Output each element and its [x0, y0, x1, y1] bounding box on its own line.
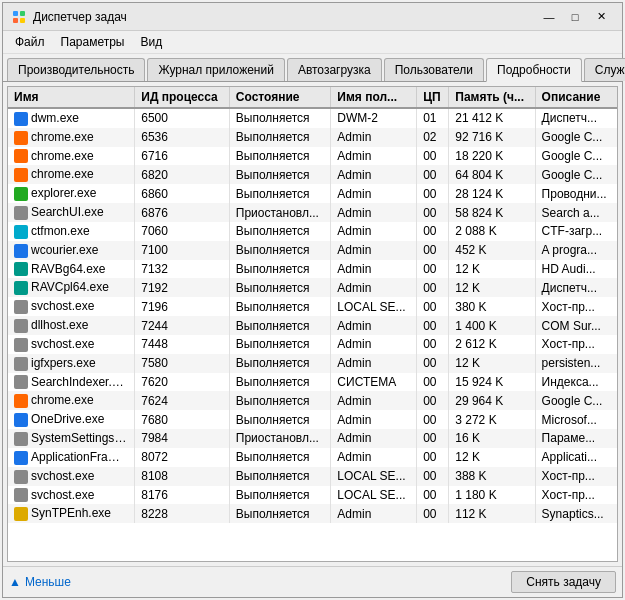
- cell-memory: 64 804 K: [449, 165, 535, 184]
- cell-name: RAVCpl64.exe: [8, 278, 135, 297]
- process-name: ctfmon.exe: [31, 224, 90, 238]
- cell-desc: Applicati...: [535, 448, 617, 467]
- cell-name: svchost.exe: [8, 297, 135, 316]
- cell-desc: Synaptics...: [535, 504, 617, 523]
- process-icon: [14, 112, 28, 126]
- col-header-user[interactable]: Имя пол...: [331, 87, 417, 108]
- cell-memory: 12 K: [449, 278, 535, 297]
- process-icon: [14, 131, 28, 145]
- cell-memory: 16 K: [449, 429, 535, 448]
- cell-name: dwm.exe: [8, 108, 135, 128]
- col-header-name[interactable]: Имя: [8, 87, 135, 108]
- table-row[interactable]: RAVBg64.exe7132ВыполняетсяAdmin0012 KHD …: [8, 260, 617, 279]
- table-row[interactable]: RAVCpl64.exe7192ВыполняетсяAdmin0012 KДи…: [8, 278, 617, 297]
- cell-memory: 388 K: [449, 467, 535, 486]
- cell-user: Admin: [331, 410, 417, 429]
- cell-cpu: 00: [417, 184, 449, 203]
- process-icon: [14, 488, 28, 502]
- cell-pid: 8176: [135, 486, 230, 505]
- col-header-memory[interactable]: Память (ч...: [449, 87, 535, 108]
- process-icon: [14, 262, 28, 276]
- tab-performance[interactable]: Производительность: [7, 58, 145, 81]
- table-row[interactable]: svchost.exe8176ВыполняетсяLOCAL SE...001…: [8, 486, 617, 505]
- process-name: SystemSettings.exe: [31, 431, 135, 445]
- cell-pid: 6500: [135, 108, 230, 128]
- process-icon: [14, 394, 28, 408]
- cell-memory: 1 180 K: [449, 486, 535, 505]
- cell-desc: Диспетч...: [535, 278, 617, 297]
- table-row[interactable]: svchost.exe8108ВыполняетсяLOCAL SE...003…: [8, 467, 617, 486]
- col-header-pid[interactable]: ИД процесса: [135, 87, 230, 108]
- cell-state: Приостановл...: [229, 429, 331, 448]
- cell-state: Выполняется: [229, 147, 331, 166]
- tab-app-history[interactable]: Журнал приложений: [147, 58, 284, 81]
- table-row[interactable]: SystemSettings.exe7984Приостановл...Admi…: [8, 429, 617, 448]
- close-button[interactable]: ✕: [588, 4, 614, 30]
- process-name: OneDrive.exe: [31, 412, 104, 426]
- cell-state: Выполняется: [229, 128, 331, 147]
- cell-state: Выполняется: [229, 391, 331, 410]
- process-icon: [14, 206, 28, 220]
- tab-services[interactable]: Службы: [584, 58, 625, 81]
- cell-name: SynTPEnh.exe: [8, 504, 135, 523]
- process-name: igfxpers.exe: [31, 356, 96, 370]
- end-task-button[interactable]: Снять задачу: [511, 571, 616, 593]
- cell-cpu: 00: [417, 203, 449, 222]
- process-name: chrome.exe: [31, 130, 94, 144]
- cell-pid: 7196: [135, 297, 230, 316]
- table-row[interactable]: chrome.exe7624ВыполняетсяAdmin0029 964 K…: [8, 391, 617, 410]
- table-row[interactable]: chrome.exe6536ВыполняетсяAdmin0292 716 K…: [8, 128, 617, 147]
- tab-users[interactable]: Пользователи: [384, 58, 484, 81]
- process-icon: [14, 244, 28, 258]
- tab-details[interactable]: Подробности: [486, 58, 582, 82]
- table-row[interactable]: SynTPEnh.exe8228ВыполняетсяAdmin00112 KS…: [8, 504, 617, 523]
- cell-user: СИСТЕМА: [331, 373, 417, 392]
- maximize-button[interactable]: □: [562, 4, 588, 30]
- cell-user: Admin: [331, 278, 417, 297]
- process-table-container[interactable]: Имя ИД процесса Состояние Имя пол... ЦП …: [7, 86, 618, 562]
- col-header-cpu[interactable]: ЦП: [417, 87, 449, 108]
- table-row[interactable]: OneDrive.exe7680ВыполняетсяAdmin003 272 …: [8, 410, 617, 429]
- tabs-bar: Производительность Журнал приложений Авт…: [3, 54, 622, 82]
- col-header-desc[interactable]: Описание: [535, 87, 617, 108]
- table-row[interactable]: wcourier.exe7100ВыполняетсяAdmin00452 KA…: [8, 241, 617, 260]
- process-name: svchost.exe: [31, 299, 94, 313]
- col-header-state[interactable]: Состояние: [229, 87, 331, 108]
- table-row[interactable]: ApplicationFrameHo...8072ВыполняетсяAdmi…: [8, 448, 617, 467]
- cell-name: svchost.exe: [8, 486, 135, 505]
- menu-view[interactable]: Вид: [132, 33, 170, 51]
- bottom-bar: ▲ Меньше Снять задачу: [3, 566, 622, 597]
- cell-user: Admin: [331, 165, 417, 184]
- cell-desc: Диспетч...: [535, 108, 617, 128]
- cell-name: svchost.exe: [8, 467, 135, 486]
- table-row[interactable]: dllhost.exe7244ВыполняетсяAdmin001 400 K…: [8, 316, 617, 335]
- table-row[interactable]: chrome.exe6716ВыполняетсяAdmin0018 220 K…: [8, 147, 617, 166]
- table-row[interactable]: chrome.exe6820ВыполняетсяAdmin0064 804 K…: [8, 165, 617, 184]
- table-row[interactable]: explorer.exe6860ВыполняетсяAdmin0028 124…: [8, 184, 617, 203]
- cell-cpu: 00: [417, 147, 449, 166]
- table-row[interactable]: dwm.exe6500ВыполняетсяDWM-20121 412 KДис…: [8, 108, 617, 128]
- cell-state: Выполняется: [229, 504, 331, 523]
- cell-state: Выполняется: [229, 335, 331, 354]
- minimize-button[interactable]: —: [536, 4, 562, 30]
- menu-parameters[interactable]: Параметры: [53, 33, 133, 51]
- table-row[interactable]: SearchUI.exe6876Приостановл...Admin0058 …: [8, 203, 617, 222]
- cell-state: Приостановл...: [229, 203, 331, 222]
- cell-name: RAVBg64.exe: [8, 260, 135, 279]
- menu-file[interactable]: Файл: [7, 33, 53, 51]
- process-icon: [14, 225, 28, 239]
- less-button[interactable]: ▲ Меньше: [9, 575, 71, 589]
- chevron-up-icon: ▲: [9, 575, 21, 589]
- cell-memory: 452 K: [449, 241, 535, 260]
- cell-name: chrome.exe: [8, 147, 135, 166]
- cell-desc: Google C...: [535, 165, 617, 184]
- process-name: svchost.exe: [31, 337, 94, 351]
- table-row[interactable]: ctfmon.exe7060ВыполняетсяAdmin002 088 KC…: [8, 222, 617, 241]
- tab-startup[interactable]: Автозагрузка: [287, 58, 382, 81]
- table-row[interactable]: svchost.exe7448ВыполняетсяAdmin002 612 K…: [8, 335, 617, 354]
- table-row[interactable]: svchost.exe7196ВыполняетсяLOCAL SE...003…: [8, 297, 617, 316]
- cell-user: Admin: [331, 354, 417, 373]
- cell-memory: 3 272 K: [449, 410, 535, 429]
- table-row[interactable]: igfxpers.exe7580ВыполняетсяAdmin0012 Kpe…: [8, 354, 617, 373]
- table-row[interactable]: SearchIndexer.exe7620ВыполняетсяСИСТЕМА0…: [8, 373, 617, 392]
